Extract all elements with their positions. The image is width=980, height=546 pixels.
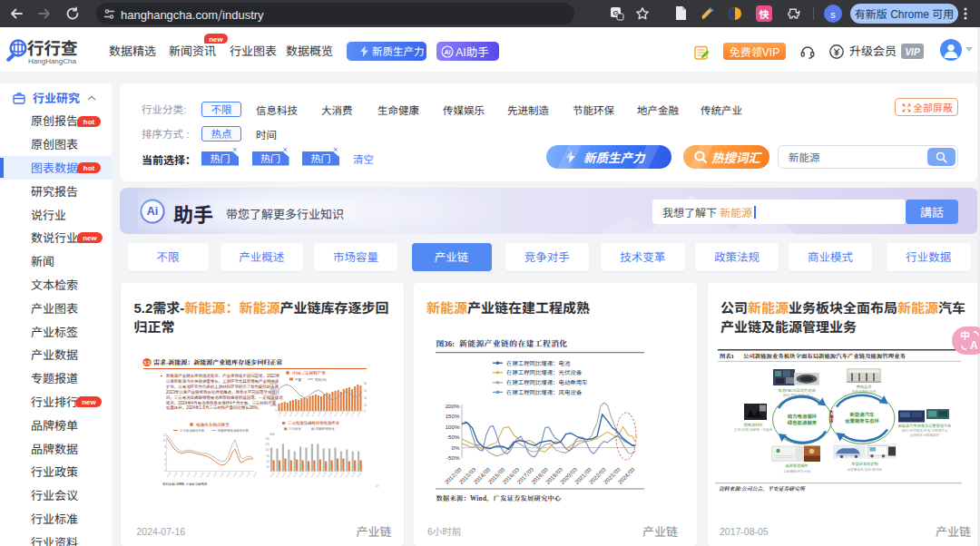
svg-text:2: 2 — [164, 463, 166, 467]
svg-text:Ai: Ai — [444, 46, 452, 55]
svg-text:21-03: 21-03 — [165, 471, 172, 478]
svg-text:80: 80 — [364, 382, 367, 385]
svg-text:在建工程同比增速：电动乘用车: 在建工程同比增速：电动乘用车 — [506, 378, 588, 386]
svg-text:21-03: 21-03 — [298, 471, 304, 478]
svg-text:环: 环 — [829, 418, 834, 424]
svg-text:140: 140 — [265, 437, 270, 441]
svg-text:磷酸铁锂电池库存系数: 磷酸铁锂电池库存系数 — [218, 428, 250, 433]
svg-text:50%: 50% — [448, 433, 460, 441]
svg-text:需求-新能源：新能源产业链库存逐步回归正常: 需求-新能源：新能源产业链库存逐步回归正常 — [153, 357, 282, 366]
svg-text:50000: 50000 — [270, 387, 277, 391]
svg-text:21-03: 21-03 — [198, 471, 204, 478]
svg-text:充电业务: 充电业务 — [856, 384, 872, 389]
svg-text:12: 12 — [162, 434, 165, 437]
svg-text:120: 120 — [265, 443, 270, 446]
svg-text:21-03: 21-03 — [238, 471, 244, 478]
svg-text:21-03: 21-03 — [185, 471, 191, 478]
svg-text:新能源产业链的在建工程消化: 新能源产业链的在建工程消化 — [459, 337, 568, 349]
svg-text:21-03: 21-03 — [191, 471, 198, 478]
svg-text:绿色能源服务: 绿色能源服务 — [788, 419, 818, 426]
svg-text:三元电池及磷酸铁锂电池库存: 三元电池及磷酸铁锂电池库存 — [288, 420, 340, 425]
svg-text:10: 10 — [162, 439, 165, 443]
svg-text:60: 60 — [364, 389, 367, 393]
svg-text:0: 0 — [364, 409, 366, 413]
svg-text:21-03: 21-03 — [315, 471, 321, 478]
svg-text:同比(%): 同比(%) — [315, 377, 327, 382]
svg-text:三元电池: 三元电池 — [289, 426, 301, 431]
svg-text:运营服务生态环: 运营服务生态环 — [845, 417, 879, 424]
svg-text:80: 80 — [266, 454, 269, 458]
svg-text:30000: 30000 — [270, 398, 277, 402]
svg-text:21-03: 21-03 — [205, 471, 211, 478]
svg-text:公司新能源业务板块全面布局新能源汽车产业链及能源管理业务: 公司新能源业务板块全面布局新能源汽车产业链及能源管理业务 — [743, 352, 906, 360]
svg-text:A: A — [970, 339, 978, 352]
svg-text:在建工程同比增速：电池: 在建工程同比增速：电池 — [506, 359, 571, 367]
svg-text:磷酸铁锂电池: 磷酸铁锂电池 — [316, 426, 335, 431]
svg-text:6: 6 — [164, 452, 166, 455]
svg-text:150%: 150% — [446, 412, 460, 420]
svg-text:图表1: 图表1 — [720, 352, 734, 360]
svg-text:21-03: 21-03 — [350, 471, 357, 478]
svg-text:4: 4 — [164, 458, 166, 462]
svg-text:27: 27 — [376, 483, 379, 488]
svg-text:电池PACK及动力总成: 电池PACK及动力总成 — [778, 387, 816, 393]
svg-text:销量提升，2024年1-5月三元材料产量同比增长28%。: 销量提升，2024年1-5月三元材料产量同比增长28%。 — [166, 405, 261, 410]
svg-text:中: 中 — [960, 327, 970, 342]
svg-text:5.2: 5.2 — [143, 360, 150, 366]
svg-text:运营乘用车/客车/物流车: 运营乘用车/客车/物流车 — [848, 467, 883, 472]
svg-text:100%: 100% — [446, 423, 460, 431]
svg-text:21-03: 21-03 — [344, 471, 350, 478]
svg-text:21-03: 21-03 — [245, 471, 251, 478]
svg-text:图36:: 图36: — [436, 337, 456, 349]
svg-text:21-03: 21-03 — [251, 471, 258, 478]
svg-text:中国三元材料产量: 中国三元材料产量 — [292, 370, 326, 375]
svg-text:0%: 0% — [452, 444, 460, 452]
svg-text:GWh: GWh — [270, 433, 275, 436]
svg-text:工业储能UPS/光伏: 工业储能UPS/光伏 — [783, 469, 811, 473]
svg-text:运营和车大数据监控: 运营和车大数据监控 — [910, 433, 940, 437]
svg-text:8: 8 — [164, 445, 166, 449]
svg-text:能源管理服务: 能源管理服务 — [785, 463, 808, 468]
svg-text:21-03: 21-03 — [292, 471, 299, 478]
svg-text:60000: 60000 — [270, 382, 277, 385]
svg-text:21-03: 21-03 — [231, 471, 238, 478]
svg-text:产量: 产量 — [295, 377, 302, 382]
svg-text:21-03: 21-03 — [286, 471, 292, 478]
svg-text:21-03: 21-03 — [327, 471, 333, 478]
svg-text:21-03: 21-03 — [218, 471, 224, 478]
svg-text:Ai: Ai — [147, 205, 159, 218]
svg-text:车型研发和定制: 车型研发和定制 — [851, 461, 877, 466]
svg-text:新能源汽车充电及运营管理平台: 新能源汽车充电及运营管理平台 — [898, 423, 952, 428]
svg-text:21-03: 21-03 — [211, 471, 218, 478]
svg-text:三元电池库存系数: 三元电池库存系数 — [180, 428, 205, 433]
svg-text:20: 20 — [364, 404, 367, 407]
svg-text:21-03: 21-03 — [274, 471, 280, 478]
svg-text:200%: 200% — [446, 402, 460, 410]
svg-text:锂电池材料: 锂电池材料 — [744, 422, 764, 427]
svg-text:100: 100 — [265, 448, 270, 452]
svg-text:资料来源:公司公告，平安证券研究所: 资料来源:公司公告，平安证券研究所 — [719, 484, 806, 492]
svg-text:资料来源: SMM, 平安证券研究所: 资料来源: SMM, 平安证券研究所 — [162, 482, 208, 486]
svg-text:21-03: 21-03 — [332, 471, 338, 478]
svg-text:正极/负极/电解液·石墨烯: 正极/负极/电解液·石墨烯 — [734, 427, 773, 432]
svg-text:40: 40 — [364, 396, 367, 400]
svg-text:21-03: 21-03 — [356, 471, 362, 478]
svg-text:21-03: 21-03 — [225, 471, 231, 478]
svg-text:数据来源：Wind，广发证券发展研究中心: 数据来源：Wind，广发证券发展研究中心 — [436, 493, 563, 502]
svg-text:电池库存拐点将至: 电池库存拐点将至 — [196, 422, 230, 427]
svg-text:-50%: -50% — [446, 453, 460, 462]
svg-text:40: 40 — [266, 465, 269, 469]
svg-text:0: 0 — [275, 409, 277, 413]
svg-text:21-03: 21-03 — [303, 471, 309, 478]
svg-text:0: 0 — [164, 469, 166, 473]
svg-text:在建工程同比增速：风电设备: 在建工程同比增速：风电设备 — [506, 388, 583, 396]
svg-text:在建工程同比增速：光伏设备: 在建工程同比增速：光伏设备 — [506, 368, 583, 376]
svg-text:21-03: 21-03 — [321, 471, 328, 478]
svg-text:21-03: 21-03 — [269, 471, 275, 478]
svg-text:21-03: 21-03 — [179, 471, 185, 478]
svg-text:40000: 40000 — [270, 393, 277, 396]
svg-text:20000: 20000 — [270, 404, 277, 407]
svg-text:21-03: 21-03 — [172, 471, 178, 478]
svg-text:60: 60 — [266, 460, 269, 463]
